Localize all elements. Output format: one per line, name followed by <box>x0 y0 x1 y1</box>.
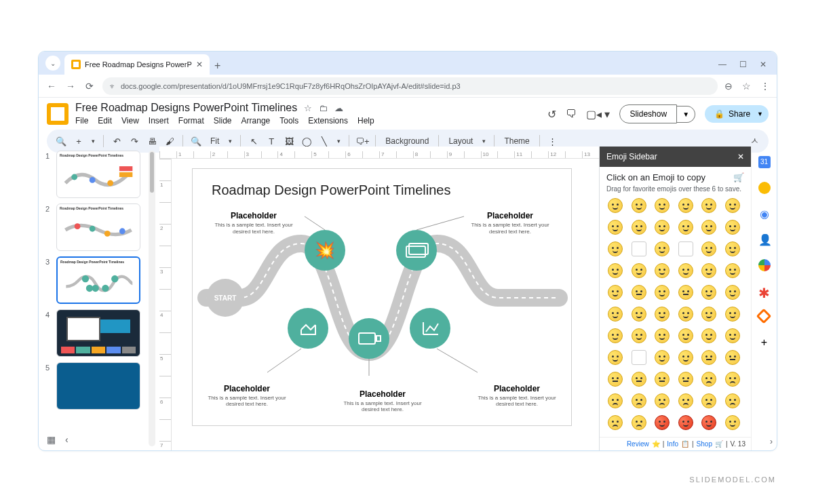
emoji-item[interactable] <box>606 327 624 345</box>
emoji-item[interactable] <box>700 218 718 236</box>
slideshow-dropdown[interactable]: ▼ <box>677 106 695 123</box>
menu-slide[interactable]: Slide <box>214 116 232 125</box>
emoji-item[interactable] <box>606 262 624 279</box>
maximize-button[interactable]: ☐ <box>739 60 747 69</box>
move-icon[interactable]: 🗀 <box>319 103 328 113</box>
slideshow-button[interactable]: Slideshow <box>619 104 677 123</box>
textbox-tool[interactable]: T <box>264 136 279 147</box>
undo-button[interactable]: ↶ <box>109 136 124 147</box>
emoji-item[interactable] <box>606 349 624 366</box>
close-tab-icon[interactable]: ✕ <box>196 60 203 69</box>
slide-thumbnail-5[interactable] <box>56 362 140 410</box>
emoji-item[interactable] <box>724 370 741 388</box>
emoji-item[interactable] <box>724 305 741 323</box>
emoji-item[interactable] <box>606 284 624 301</box>
maps-icon[interactable] <box>758 259 771 271</box>
hide-sidepanel-icon[interactable]: › <box>770 437 773 446</box>
emoji-item[interactable] <box>677 305 695 323</box>
slide-thumbnail-3[interactable]: Roadmap Design PowerPoint Timelines <box>56 256 140 304</box>
minimize-button[interactable]: — <box>718 60 726 69</box>
close-sidebar-icon[interactable]: ✕ <box>737 152 744 161</box>
emoji-item[interactable] <box>606 370 624 388</box>
emoji-item[interactable] <box>630 218 648 236</box>
paint-format-button[interactable]: 🖌 <box>162 136 177 147</box>
emoji-item[interactable] <box>653 197 671 214</box>
emoji-item[interactable] <box>630 327 648 345</box>
close-window-button[interactable]: ✕ <box>759 60 767 69</box>
select-tool[interactable]: ↖ <box>246 136 261 147</box>
search-menus-icon[interactable]: 🔍 <box>54 136 69 147</box>
menu-insert[interactable]: Insert <box>149 116 169 125</box>
document-title[interactable]: Free Roadmap Designs PowerPoint Timeline… <box>75 102 297 114</box>
emoji-item[interactable] <box>630 370 648 388</box>
forward-button[interactable]: → <box>64 81 77 92</box>
emoji-item[interactable] <box>677 414 695 431</box>
emoji-item[interactable] <box>653 370 671 388</box>
emoji-item[interactable] <box>700 305 718 323</box>
menu-file[interactable]: File <box>75 116 88 125</box>
back-button[interactable]: ← <box>45 81 58 92</box>
share-dropdown-icon[interactable]: ▼ <box>754 111 763 117</box>
zoom-indicator-icon[interactable]: ⊖ <box>724 81 733 92</box>
layout-button[interactable]: Layout <box>444 136 477 146</box>
tasks-icon[interactable]: ◉ <box>758 208 771 220</box>
footer-shop[interactable]: Shop <box>697 440 712 448</box>
star-icon[interactable]: ☆ <box>304 103 312 113</box>
emoji-item[interactable] <box>606 197 624 214</box>
meet-icon[interactable]: ▢◂ ▾ <box>586 108 610 121</box>
emoji-item[interactable] <box>606 240 624 258</box>
emoji-item[interactable] <box>630 284 648 301</box>
emoji-item[interactable] <box>630 240 648 258</box>
theme-button[interactable]: Theme <box>500 136 533 146</box>
thumbnail-scrollbar[interactable] <box>149 151 155 446</box>
line-tool[interactable]: ╲ <box>317 136 332 147</box>
emoji-item[interactable] <box>700 392 718 410</box>
emoji-item[interactable] <box>700 370 718 388</box>
emoji-item[interactable] <box>700 197 718 214</box>
emoji-item[interactable] <box>677 240 695 258</box>
emoji-item[interactable] <box>653 305 671 323</box>
contacts-icon[interactable]: 👤 <box>758 233 771 246</box>
zoom-icon[interactable]: 🔍 <box>189 136 204 147</box>
redo-button[interactable]: ↷ <box>127 136 142 147</box>
background-button[interactable]: Background <box>381 136 433 146</box>
footer-review[interactable]: Review <box>627 440 649 448</box>
emoji-item[interactable] <box>724 349 741 366</box>
share-button[interactable]: 🔒 Share ▼ <box>705 105 769 123</box>
emoji-item[interactable] <box>700 414 718 431</box>
zoom-select[interactable]: Fit <box>206 136 223 146</box>
menu-arrange[interactable]: Arrange <box>241 116 271 125</box>
reload-button[interactable]: ⟳ <box>83 81 96 92</box>
emoji-item[interactable] <box>630 305 648 323</box>
emoji-item[interactable] <box>700 327 718 345</box>
cloud-status-icon[interactable]: ☁ <box>334 103 343 113</box>
menu-help[interactable]: Help <box>357 116 374 125</box>
menu-view[interactable]: View <box>121 116 139 125</box>
slides-logo-icon[interactable] <box>47 103 69 125</box>
url-input[interactable]: ᯤ docs.google.com/presentation/d/1oU9MFr… <box>102 77 718 95</box>
addon-icon[interactable] <box>758 311 771 323</box>
keep-icon[interactable] <box>758 182 771 194</box>
print-button[interactable]: 🖶 <box>144 136 159 147</box>
emoji-item[interactable] <box>677 218 695 236</box>
toolbar-more-icon[interactable]: ⋮ <box>545 136 560 147</box>
emoji-item[interactable] <box>606 414 624 431</box>
bookmark-icon[interactable]: ☆ <box>742 81 751 92</box>
addon-star-icon[interactable]: ✱ <box>758 285 771 297</box>
browser-menu-icon[interactable]: ⋮ <box>760 81 770 92</box>
tab-search-button[interactable]: ⌄ <box>45 56 60 71</box>
emoji-item[interactable] <box>724 218 741 236</box>
comments-icon[interactable]: 🗨 <box>566 108 577 120</box>
image-tool[interactable]: 🖼 <box>282 136 296 147</box>
grid-view-icon[interactable]: ▦ <box>47 434 56 445</box>
emoji-item[interactable] <box>630 392 648 410</box>
emoji-item[interactable] <box>606 305 624 323</box>
emoji-item[interactable] <box>677 284 695 301</box>
menu-format[interactable]: Format <box>178 116 204 125</box>
emoji-item[interactable] <box>630 349 648 366</box>
emoji-item[interactable] <box>653 327 671 345</box>
emoji-item[interactable] <box>724 262 741 279</box>
emoji-item[interactable] <box>677 262 695 279</box>
emoji-item[interactable] <box>677 327 695 345</box>
emoji-item[interactable] <box>653 240 671 258</box>
